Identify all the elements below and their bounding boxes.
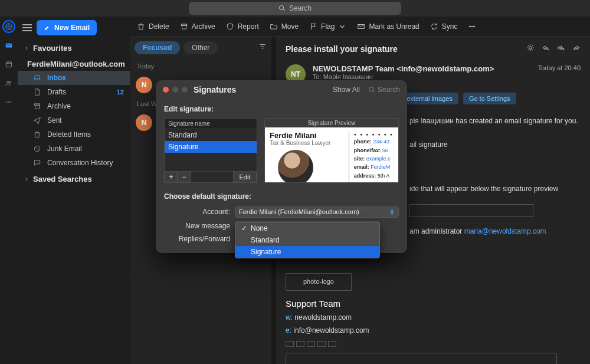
more-icon	[468, 22, 476, 31]
sync-icon	[430, 22, 438, 31]
sidebar-item-drafts[interactable]: Drafts12	[18, 85, 130, 99]
dialog-search[interactable]: Search	[368, 86, 400, 94]
from-name: NEWOLDSTAMP Team <info@newoldstamp.com>	[313, 64, 531, 73]
tab-other[interactable]: Other	[183, 41, 218, 54]
sidebar-item-inbox[interactable]: Inbox	[18, 71, 130, 85]
search-icon	[278, 5, 286, 12]
flag-button[interactable]: Flag	[309, 22, 346, 31]
rail-calendar[interactable]	[5, 60, 13, 71]
account-header[interactable]: FerdieMilani@outlook.com	[18, 55, 130, 71]
people-icon	[5, 79, 13, 87]
calendar-icon	[5, 60, 13, 68]
sidebar-item-deleted[interactable]: Deleted Items	[18, 127, 130, 142]
svg-point-5	[8, 101, 9, 103]
svg-rect-1	[6, 62, 11, 67]
global-search-placeholder: Search	[289, 4, 312, 12]
edit-signature-button[interactable]: Edit	[233, 172, 257, 182]
window-controls[interactable]	[163, 87, 188, 93]
globe-icon	[5, 22, 13, 31]
move-button[interactable]: Move	[270, 22, 299, 31]
sidebar-item-sent[interactable]: Sent	[18, 113, 130, 127]
new-email-label: New Email	[54, 24, 90, 32]
junk-icon	[33, 145, 41, 153]
admin-email-link[interactable]: maria@newoldstamp.com	[464, 227, 546, 235]
avatar: N	[136, 77, 152, 93]
mail-icon	[5, 41, 13, 50]
sync-button[interactable]: Sync	[430, 22, 458, 31]
message-subject: Please install your signature	[286, 44, 398, 54]
message-time: Today at 20:40	[538, 64, 581, 84]
toolbar-more[interactable]	[468, 22, 476, 31]
drafts-count: 12	[117, 88, 124, 96]
minimize-icon	[172, 87, 178, 93]
saved-searches-header[interactable]: Saved Searches	[18, 170, 130, 186]
reply-all-icon	[557, 44, 565, 52]
svg-point-3	[9, 81, 11, 83]
section-today: Today	[130, 59, 271, 73]
rail-mail[interactable]	[5, 41, 13, 52]
chevron-right-icon	[24, 176, 30, 182]
sidebar-item-junk[interactable]: Junk Email	[18, 142, 130, 156]
flag-icon	[309, 22, 317, 31]
reply-icon	[542, 44, 550, 52]
signature-list: Signature name Standard Signature + − Ed…	[164, 118, 257, 183]
remove-signature-button[interactable]: −	[178, 172, 191, 182]
svg-point-11	[470, 26, 471, 27]
social-icons-row	[286, 341, 581, 347]
folder-sidebar: New Email Favourites FerdieMilani@outloo…	[18, 17, 130, 364]
add-signature-button[interactable]: +	[165, 172, 178, 182]
global-search[interactable]: Search	[189, 2, 401, 15]
hamburger-button[interactable]	[22, 24, 32, 31]
favourites-header[interactable]: Favourites	[18, 39, 130, 55]
show-all-button[interactable]: Show All	[333, 86, 360, 94]
support-team-title: Support Team	[286, 296, 581, 311]
new-messages-select[interactable]	[235, 221, 380, 231]
archive-button[interactable]: Archive	[180, 22, 215, 31]
org-switcher[interactable]	[2, 20, 15, 33]
chat-icon	[33, 159, 41, 167]
replies-forwards-label: Replies/Forward	[164, 235, 235, 243]
more-icon	[5, 98, 13, 106]
go-to-settings-button[interactable]: Go to Settings	[463, 93, 516, 104]
choose-default-label: Choose default signature:	[164, 192, 399, 201]
replies-forwards-select[interactable]	[235, 234, 380, 244]
signature-item-standard[interactable]: Standard	[165, 129, 257, 141]
report-button[interactable]: Report	[226, 22, 259, 31]
sidebar-item-conversation[interactable]: Conversation History	[18, 156, 130, 170]
reply-button[interactable]	[542, 44, 550, 54]
preview-title: Tax & Business Lawyer	[270, 140, 343, 146]
forward-button[interactable]	[572, 44, 581, 54]
title-bar: Search	[0, 0, 590, 17]
zoom-icon	[182, 87, 188, 93]
drafts-icon	[33, 88, 41, 96]
dialog-title: Signatures	[194, 85, 236, 94]
signature-name-header: Signature name	[165, 119, 257, 129]
account-label: Account:	[164, 208, 235, 216]
svg-point-2	[7, 81, 9, 84]
tab-focused[interactable]: Focused	[135, 41, 180, 54]
chevron-right-icon	[24, 45, 30, 51]
delete-button[interactable]: Delete	[137, 22, 169, 31]
rail-people[interactable]	[5, 79, 13, 90]
account-select[interactable]: Ferdie Milani (FerdieMilani@outlook.com)…	[235, 206, 399, 218]
filter-button[interactable]	[258, 42, 267, 53]
signature-item-signature[interactable]: Signature	[165, 141, 257, 153]
app-rail	[0, 17, 18, 364]
message-toolbar: Delete Archive Report Move Flag Mark as …	[130, 17, 590, 37]
signature-preview: Signature Preview Ferdie Milani Tax & Bu…	[264, 118, 399, 183]
new-email-button[interactable]: New Email	[37, 20, 97, 35]
new-messages-label: New message	[164, 222, 235, 230]
quick-reply-box[interactable]	[286, 353, 557, 364]
brightness-button[interactable]	[526, 44, 535, 54]
forward-icon	[572, 44, 581, 52]
preview-name: Ferdie Milani	[270, 131, 343, 140]
mark-unread-button[interactable]: Mark as Unread	[357, 22, 419, 31]
sidebar-item-archive[interactable]: Archive	[18, 99, 130, 113]
close-icon[interactable]	[163, 87, 169, 93]
svg-point-14	[529, 47, 532, 50]
reply-all-button[interactable]	[557, 44, 565, 54]
archive-icon	[33, 102, 41, 110]
rail-more[interactable]	[5, 98, 13, 109]
svg-point-6	[11, 101, 12, 103]
mail-icon	[357, 22, 365, 31]
